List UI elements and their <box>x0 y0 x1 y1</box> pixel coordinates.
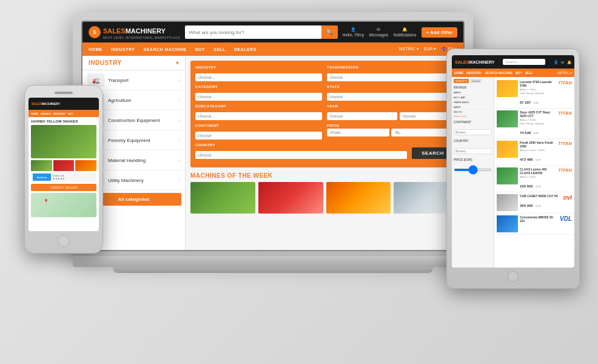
tab-result-5[interactable]: CUB CADET WIDE CUT 94 390 000 EUR ovi <box>496 192 573 214</box>
subcategory-select[interactable]: choose... <box>195 112 322 120</box>
tablet-nav: HOME INDUSTRY SEARCH MACHINE BUY SELL ME… <box>452 69 574 77</box>
phone-dealer-logo: StarTech <box>33 174 51 181</box>
messages-icon-item[interactable]: ✉ Messages <box>369 27 388 37</box>
tab-result-sub-3a: Арлоро • Роны • 2014г. <box>520 149 556 152</box>
tab-country-input[interactable] <box>454 148 492 154</box>
machines-week-title: MACHINES OF THE WEEK <box>190 172 459 179</box>
machine-thumb-2[interactable] <box>258 182 323 214</box>
tab-country-section: COUNTRY <box>454 139 492 155</box>
logo-area: S SALESMACHINERY NEXT LEVEL INTERNATIONA… <box>89 25 180 39</box>
tab-result-sub-2a: Arlboro • 1644г. <box>520 118 556 121</box>
phone-nav-home[interactable]: HOME <box>31 112 38 115</box>
tab-result-info-5: CUB CADET WIDE CUT 94 390 000 EUR <box>520 194 562 209</box>
tablet-filter-button[interactable]: ФИЛЬТРИ <box>454 79 469 83</box>
tab-result-img-4 <box>497 167 518 184</box>
phone-contact-button[interactable]: CONTACT SELLER <box>31 184 96 191</box>
tab-brand-item-2[interactable]: ACC LAAT <box>454 95 492 100</box>
phone-outer: SALESMACHINERY HOME SEARCH INDUSTRY BUY … <box>24 85 103 254</box>
nav-sell[interactable]: SELL <box>213 47 226 52</box>
phone-thumb-3[interactable] <box>75 160 96 171</box>
country-select[interactable]: choose <box>195 151 407 159</box>
search-button[interactable]: 🔍 <box>321 25 338 39</box>
phone-nav-industry[interactable]: INDUSTRY <box>53 112 66 115</box>
tab-brand-item-5[interactable]: BECTO <box>454 110 492 115</box>
state-select[interactable]: choose <box>327 93 454 101</box>
year-select[interactable]: choose <box>327 112 397 120</box>
chevron-right-icon-4: › <box>178 138 180 143</box>
tab-metric-dropdown[interactable]: METRIC ▾ <box>557 71 572 75</box>
nav-industry[interactable]: INDUSTRY <box>111 47 135 52</box>
scene: S SALESMACHINERY NEXT LEVEL INTERNATIONA… <box>0 0 598 364</box>
tab-price-min-input[interactable] <box>454 169 492 171</box>
price-field: PRICE <box>327 124 454 140</box>
continent-select[interactable]: choose <box>195 132 322 140</box>
material-label: Material Handling <box>108 158 175 163</box>
tab-brand-item-3[interactable]: FABRE AENG <box>454 100 492 105</box>
chevron-right-icon-2: › <box>178 98 180 103</box>
tablet-search[interactable]: Search... <box>503 59 545 65</box>
tablet-results: Loverde 3790 Laverde 3790 Arlboro • 1944… <box>494 77 574 268</box>
currency-dropdown[interactable]: EUR ▾ <box>424 47 437 52</box>
tab-result-2[interactable]: Steyr 4225 CVT Steyr 4225 CVT Arlboro • … <box>496 109 573 139</box>
machine-thumb-1[interactable] <box>190 182 255 214</box>
tab-result-img-1 <box>497 80 518 97</box>
year-filter-label: YEAR <box>327 104 397 108</box>
phone-dealer: StarTech Dealer info ★★★★★ <box>31 172 96 182</box>
tab-brand-logo-4: TITAN <box>558 167 572 173</box>
phone-thumbnails <box>31 160 96 171</box>
price-to-input[interactable] <box>391 129 454 136</box>
tab-result-title-6: Concentrate IM6000 20-101 <box>520 215 558 223</box>
nav-home[interactable]: HOME <box>89 47 102 52</box>
add-offer-button[interactable]: + Add Offer <box>422 27 457 38</box>
tab-nav-home[interactable]: HOME <box>454 71 463 75</box>
phone-thumb-2[interactable] <box>53 160 75 171</box>
transmission-select[interactable]: choose <box>327 73 454 81</box>
tab-result-6[interactable]: Concentrate IM6000 20-101 VDL <box>496 214 573 235</box>
tab-result-3[interactable]: Fendt 1050 Vario Fendt 1050 Арлоро • Рон… <box>496 139 573 166</box>
tab-brand-item-4[interactable]: ABIRU <box>454 105 492 110</box>
tab-nav-industry[interactable]: INDUSTRY <box>466 71 482 75</box>
tab-show-more[interactable]: Show more <box>454 115 492 118</box>
nav-dealers[interactable]: DEALERS <box>234 47 257 52</box>
phone-nav-buy[interactable]: BUY <box>68 112 73 115</box>
tab-result-4[interactable]: CLAAS Lexion 460 CLAAS LEXION Arlboro • … <box>496 166 573 192</box>
metric-dropdown[interactable]: METRIC ▾ <box>399 47 419 52</box>
machine-thumb-3[interactable] <box>326 182 391 214</box>
user-icon-item[interactable]: 👤 Hello, Пётр <box>343 27 365 37</box>
notifications-icon-item[interactable]: 🔔 Notifications <box>393 27 416 37</box>
continent-field: CONTINENT choose <box>195 124 322 140</box>
tab-nav-search[interactable]: SEARCH MACHINE <box>485 71 512 75</box>
phone-nav-search[interactable]: SEARCH <box>41 112 51 115</box>
year-to-select[interactable]: choose <box>400 112 454 120</box>
state-field: STATE choose <box>327 85 454 101</box>
category-select[interactable]: choose... <box>195 93 322 101</box>
nav-buy[interactable]: BUY <box>195 47 205 52</box>
filter-row-2: CATEGORY choose... STATE choose <box>195 85 454 101</box>
tab-continent-input[interactable] <box>454 129 492 135</box>
transport-label: Transport <box>108 78 175 83</box>
brand-name: SALESMACHINERY <box>103 27 166 35</box>
tablet-clear-button[interactable]: Очисти <box>470 79 482 83</box>
tab-brand-item-1[interactable]: ABIRU <box>454 90 492 95</box>
country-filter-label: COUNTRY <box>195 143 407 147</box>
tab-nav-sell[interactable]: SELL <box>525 71 533 75</box>
industry-select[interactable]: choose... <box>195 73 322 81</box>
tablet-bell-icon[interactable]: 🔔 <box>567 60 571 64</box>
tab-result-sub-4a: Arlboro • 2015г. <box>520 175 556 178</box>
tablet-messages-icon[interactable]: ✉ <box>561 60 564 64</box>
tab-result-1[interactable]: Loverde 3790 Laverde 3790 Arlboro • 1944… <box>496 78 573 109</box>
tab-nav-buy[interactable]: BUY <box>516 71 522 75</box>
phone-thumb-1[interactable] <box>31 160 52 171</box>
tablet-user-icon[interactable]: 👤 <box>554 60 558 64</box>
phone-home-button[interactable] <box>58 235 70 247</box>
messages-icon: ✉ <box>377 27 380 32</box>
country-field: COUNTRY choose <box>195 143 407 159</box>
tablet-home-button[interactable] <box>508 271 519 282</box>
nav-search-machine[interactable]: SEARCH MACHINE <box>144 47 187 52</box>
chevron-right-icon-6: › <box>178 178 180 183</box>
tab-continent-title: CONTINENT <box>454 120 492 124</box>
price-from-input[interactable] <box>327 129 389 136</box>
price-row <box>327 129 454 136</box>
search-input[interactable] <box>185 25 321 39</box>
forestry-label: Forestry Equipment <box>108 138 175 143</box>
